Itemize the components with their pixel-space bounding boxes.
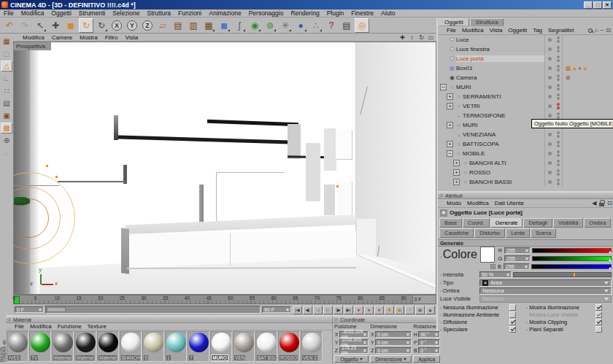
last-tool-button[interactable]: ↻ [94,18,109,33]
om-menu-segnalibri[interactable]: Segnalibri [545,27,577,34]
record-rotation-button[interactable]: ● [374,306,384,314]
channel-value-field[interactable]: 255 [504,263,530,270]
checkbox-box[interactable] [595,311,602,318]
visibility-dots[interactable] [555,65,562,71]
scrollbar-handle[interactable] [47,307,66,312]
collapse-icon[interactable]: − [601,28,604,34]
home-icon[interactable]: ⌂ [595,28,598,34]
channel-value-field[interactable]: 255 [504,247,531,254]
menu-selezione[interactable]: Selezione [109,9,143,17]
checkbox-mostra-luce-visibile[interactable]: Mostra Luce Visibile [526,311,612,318]
visibility-dots[interactable] [555,160,562,166]
intensity-field[interactable]: 50 % [479,271,512,278]
prev-frame-button[interactable]: ◁ [313,306,323,314]
expand-toggle[interactable]: + [447,141,453,147]
tree-row-battiscopa[interactable]: +○BATTISCOPA [438,139,613,149]
materials-menu-texture[interactable]: Texture [85,323,109,330]
tab-lente[interactable]: Lente [506,228,530,238]
value-spinner[interactable] [363,339,367,346]
tree-row-luce[interactable]: ✶Luce [438,35,613,44]
menu-rendering[interactable]: Rendering [287,9,323,17]
om-menu-oggetti[interactable]: Oggetti [505,27,530,34]
value-spinner[interactable] [435,339,439,346]
channel-value-field[interactable]: 255 [504,255,531,262]
tab-ombra[interactable]: Ombra [584,218,611,228]
tab-disturbo[interactable]: Disturbo [474,228,505,238]
polygons-mode-button[interactable]: ▣ [1,110,12,121]
menu-aiuto[interactable]: Aiuto [377,9,398,17]
viewport-canvas[interactable]: Prospettiva [13,42,436,295]
value-spinner[interactable] [435,331,439,338]
visibility-dots[interactable] [555,46,562,53]
live-selection-button[interactable]: ↖ [33,18,47,33]
goto-start-button[interactable]: |◀ [293,306,302,314]
material-bat-bsc[interactable]: BAT BSC [255,331,277,362]
material-muro[interactable]: MURO [210,331,232,362]
checkbox-box[interactable] [595,304,602,311]
coord-value-field[interactable]: 176.23 cm [339,347,369,354]
expand-toggle[interactable]: + [453,179,460,185]
model-mode-button[interactable]: ◻ [1,48,12,59]
tree-row-bianchi-alti[interactable]: +○BIANCHI ALTI [438,158,613,168]
viewport-menu-mostra[interactable]: Mostra [76,34,101,41]
materials-menu-file[interactable]: File [12,323,27,330]
attributes-title-bar[interactable]: Attributi [438,193,613,199]
layer-dot[interactable] [544,73,555,82]
light-handle-dot[interactable] [336,185,339,187]
om-menu-vista[interactable]: Vista [487,27,506,34]
render-region-button[interactable]: ▥ [186,18,201,33]
color-swatch[interactable] [480,247,495,263]
intensity-slider-handle[interactable] [574,273,575,276]
close-button[interactable]: ✕ [603,1,612,9]
value-spinner[interactable] [525,255,529,262]
checkbox-box[interactable] [509,304,516,311]
layer-dot[interactable] [544,63,555,73]
tab-scena[interactable]: Scena [531,228,556,238]
menu-file[interactable]: File [0,9,18,17]
tab-base[interactable]: Base [439,218,462,228]
coord-button-oggetto[interactable]: Oggetto [334,355,369,363]
menu-strumenti[interactable]: Strumenti [75,9,109,17]
material-material[interactable]: Material [52,331,74,362]
om-menu-file[interactable]: File [444,27,459,34]
timeline-ruler[interactable]: 051015202530354045505560657075808590 0 F [13,295,436,304]
layer-dot[interactable] [544,101,555,111]
frame-spinner[interactable] [286,306,290,313]
goto-end-button[interactable]: ▶| [344,306,353,314]
add-metaball-button[interactable]: ● [293,18,308,33]
minimize-button[interactable]: _ [584,1,593,9]
menu-modifica[interactable]: Modifica [18,9,48,17]
viewport-menu-camere[interactable]: Camere [48,34,76,41]
tab-generale[interactable]: Generale [490,218,523,228]
checkbox-box[interactable] [509,311,516,318]
object-axis-mode-button[interactable]: ⊕ [1,135,12,146]
tree-row-mobile[interactable]: −○MOBILE [438,149,613,158]
texture-mode-button[interactable]: ▩ [1,123,12,133]
add-modeling-button[interactable]: ⊚ [263,18,277,33]
coord-value-field[interactable]: 0 cm [375,331,412,338]
material-1[interactable]: 1 [165,331,187,362]
material-ives[interactable]: IVES [7,331,28,362]
expand-toggle[interactable]: − [447,150,453,157]
play-button[interactable]: ▷ [323,306,333,314]
layer-dot[interactable] [544,92,555,101]
attr-menu-modo[interactable]: Modo [444,200,464,206]
lock-icon[interactable] [599,203,604,206]
checkbox-speculare[interactable]: Speculare [440,326,526,333]
frame-spinner[interactable] [39,306,42,313]
expand-toggle[interactable]: + [447,122,453,128]
value-spinner[interactable] [406,347,410,354]
texture-axis-mode-button[interactable]: △ [1,61,12,71]
view-label[interactable]: Prospettiva [14,42,51,50]
material-material[interactable]: Material [74,331,96,362]
add-deformer-button[interactable]: ∴ [309,18,323,33]
add-spline-button[interactable]: ʃ [232,18,247,33]
y-lock-button[interactable]: Y [125,18,139,33]
viewport-menu-vista[interactable]: Vista [121,34,142,41]
checkbox-mostra-illuminazione[interactable]: Mostra Illuminazione [526,304,612,311]
record-pla-button[interactable]: ◔ [405,306,415,314]
materials-menu-modifica[interactable]: Modifica [27,323,55,330]
next-frame-button[interactable]: |▶ [334,306,343,314]
material-s[interactable]: S [142,331,164,362]
coord-value-field[interactable]: 0 cm [375,347,412,354]
